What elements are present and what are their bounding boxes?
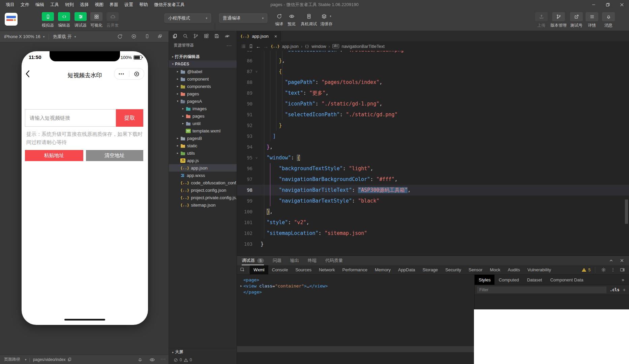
code-line-100[interactable]: 100 }, [237,206,629,217]
code-line-97[interactable]: 97 "navigationBarBackgroundColor": "#fff… [237,174,629,185]
close-miniprogram-button[interactable] [129,71,144,77]
breadcrumb-file[interactable]: app.json [282,44,299,49]
toggle-sliders[interactable]: 调试器 [72,12,89,28]
filter-input[interactable]: Filter [477,286,606,293]
close-icon[interactable] [615,0,629,9]
devtools-tab-network[interactable]: Network [315,265,339,274]
more-actions-icon[interactable]: ··· [227,41,232,49]
tree-item-pagesB[interactable]: ▸pagesB [169,134,237,142]
tree-item-app.wxss[interactable]: app.wxss [169,172,237,179]
extensions-icon[interactable] [204,33,209,39]
save-icon[interactable] [214,33,219,39]
inspect-element-icon[interactable] [240,267,245,272]
breadcrumb-object[interactable]: window [311,44,326,49]
code-line-90[interactable]: 90 "iconPath": "./static/gd-1.png", [237,98,629,109]
search-icon[interactable] [183,33,188,39]
rotate-device-icon[interactable] [145,34,150,39]
styles-tab-dataset[interactable]: Dataset [523,275,546,285]
tree-section-PAGES[interactable]: ▾PAGES [169,60,237,68]
wxml-node[interactable]: <page> [239,277,259,283]
toggle-code[interactable]: 编辑器 [55,12,73,28]
bookmark-icon[interactable] [248,44,253,49]
collapse-icon[interactable] [609,258,613,263]
code-area[interactable]: 85 "selectedIconPath": "./static/index.p… [237,41,629,255]
section-bigscreen[interactable]: ▸ 大屏 [169,348,237,356]
extract-button[interactable]: 提取 [116,109,143,127]
menu-item-设置[interactable]: 设置 [121,0,136,9]
devtools-tab-console[interactable]: Console [268,265,292,274]
debugger-tab-调试器[interactable]: 调试器5 [242,256,264,265]
tree-item-components[interactable]: ▸components [169,83,237,90]
code-line-86[interactable]: 86 }, [237,55,629,66]
tab-app-json[interactable]: {..} app.json × [237,31,281,41]
debugger-tab-终端[interactable]: 终端 [308,256,317,265]
tree-item-until[interactable]: ▸until [169,120,237,127]
menu-item-微信开发者工具[interactable]: 微信开发者工具 [151,0,188,9]
menu-item-项目[interactable]: 项目 [3,0,18,9]
code-line-101[interactable]: 101 "style": "v2", [237,217,629,228]
tree-item-app.js[interactable]: JSapp.js [169,157,237,164]
code-line-93[interactable]: 93 ] [237,131,629,142]
tree-item-@babel[interactable]: ▸@babel [169,68,237,75]
styles-tab-styles[interactable]: Styles [475,275,495,285]
menu-item-视图[interactable]: 视图 [92,0,107,9]
navigate-back-icon[interactable]: ← [256,43,261,49]
code-line-102[interactable]: 102 "sitemapLocation": "sitemap.json" [237,228,629,239]
close-icon[interactable]: × [274,34,277,39]
detach-window-icon[interactable] [157,34,162,39]
outline-icon[interactable] [241,44,246,49]
dock-side-icon[interactable] [620,267,625,272]
compile-mode-select[interactable]: 普通编译 ▾ [219,13,267,23]
devtools-tab-sources[interactable]: Sources [292,265,315,274]
code-line-94[interactable]: 94 }, [237,142,629,152]
code-line-91[interactable]: 91 "selectedIconPath": "./static/gd.png" [237,109,629,120]
notification-icon[interactable] [138,357,143,363]
video-link-input[interactable]: 请输入短视频链接 [25,109,116,127]
tree-item-pages[interactable]: ▸pages [169,112,237,120]
breadcrumb-property[interactable]: navigationBarTitleText [341,44,384,49]
tree-item-images[interactable]: ▸images [169,105,237,112]
code-line-98[interactable]: 98 "navigationBarTitleText": "ASP300源码工具… [237,185,629,195]
paste-address-button[interactable]: 粘贴地址 [25,150,83,161]
debugger-tab-问题[interactable]: 问题 [273,256,281,265]
expand-arrow-icon[interactable]: ▶ [239,284,243,287]
horizontal-scrollbar[interactable] [237,346,474,352]
code-line-89[interactable]: 89 "text": "更多", [237,88,629,98]
minimize-icon[interactable] [587,0,601,9]
code-line-88[interactable]: 88 "pagePath": "pages/tools/index", [237,77,629,88]
menu-item-选择[interactable]: 选择 [77,0,92,9]
toggle-cloud[interactable]: 云开发 [104,12,121,28]
devtools-tab-audits[interactable]: Audits [504,265,523,274]
tree-item-component[interactable]: ▸component [169,75,237,83]
devtools-tab-storage[interactable]: Storage [419,265,442,274]
debugger-tab-代码质量[interactable]: 代码质量 [325,256,343,265]
eye-icon[interactable] [149,357,155,364]
action-branch[interactable]: 版本管理 [549,12,568,28]
close-icon[interactable] [620,258,624,263]
devtools-tab-appdata[interactable]: AppData [394,265,419,274]
tree-section-打开的编辑器[interactable]: ▸打开的编辑器 [169,53,237,60]
restore-icon[interactable] [601,0,615,9]
refresh-icon[interactable] [117,34,123,39]
tree-item-project.config.json[interactable]: {..}project.config.json [169,186,237,194]
gear-icon[interactable] [601,267,606,272]
tree-item-sitemap.json[interactable]: {..}sitemap.json [169,201,237,209]
devtools-tab-mock[interactable]: Mock [486,265,504,274]
devtools-tab-vulnerability[interactable]: Vulnerability [523,265,555,274]
source-control-icon[interactable] [193,33,199,39]
menu-item-界面[interactable]: 界面 [107,0,121,9]
code-line-95[interactable]: 95˅ "window": { [237,152,629,163]
action-layers[interactable]: ▾清缓存 [316,12,336,27]
tree-item-pagesA[interactable]: ▾pagesA [169,97,237,105]
tree-item-pages[interactable]: ▸pages [169,90,237,97]
tree-item-app.json[interactable]: {..}app.json [169,164,237,172]
fold-icon[interactable]: ˅ [252,156,261,160]
styles-tab-component-data[interactable]: Component Data [546,275,587,285]
menu-item-文件[interactable]: 文件 [18,0,32,9]
teapot-icon[interactable] [224,33,230,39]
devtools-tab-performance[interactable]: Performance [339,265,371,274]
styles-tab-computed[interactable]: Computed [495,275,523,285]
page-path-label[interactable]: 页面路径 [4,357,20,362]
toggle-phone[interactable]: 模拟器 [39,12,57,28]
menu-item-工具[interactable]: 工具 [47,0,62,9]
